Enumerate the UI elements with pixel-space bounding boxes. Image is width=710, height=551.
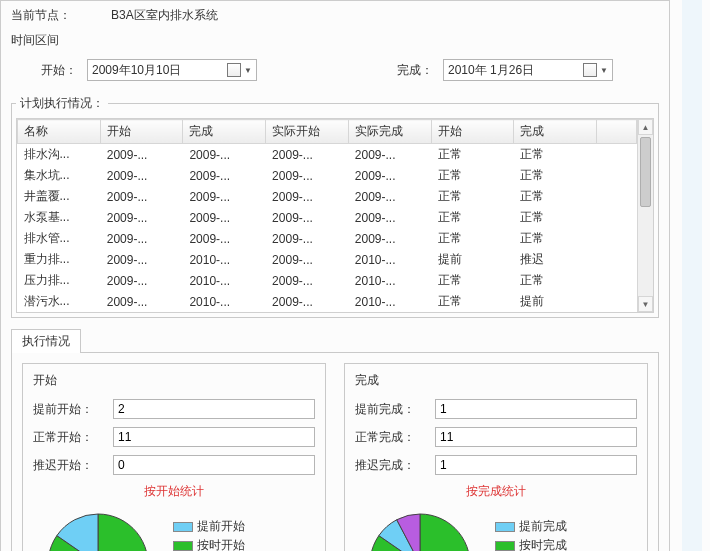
plan-legend: 计划执行情况： <box>16 95 108 112</box>
legend-swatch-early <box>495 522 515 532</box>
table-cell: 2009-... <box>183 186 266 207</box>
scroll-up-icon[interactable]: ▲ <box>638 119 653 135</box>
table-cell: 2010-... <box>183 291 266 312</box>
outer-background <box>682 0 702 551</box>
end-date-picker[interactable]: 2010年 1月26日 ▼ <box>443 59 613 81</box>
table-cell: 2010-... <box>183 270 266 291</box>
table-cell: 2009-... <box>266 186 349 207</box>
table-cell: 井盖覆... <box>18 186 101 207</box>
table-cell: 2009-... <box>100 165 183 186</box>
table-cell: 正常 <box>431 207 514 228</box>
table-header-cell[interactable]: 开始 <box>431 120 514 144</box>
legend-label-early: 提前完成 <box>519 518 567 535</box>
table-cell: 2009-... <box>100 249 183 270</box>
table-cell: 水泵基... <box>18 207 101 228</box>
table-cell: 2009-... <box>266 249 349 270</box>
start-panel-title: 开始 <box>33 372 315 389</box>
table-header-cell[interactable]: 完成 <box>183 120 266 144</box>
table-cell: 正常 <box>514 228 597 249</box>
normal-start-input[interactable] <box>113 427 315 447</box>
table-header-cell[interactable]: 名称 <box>18 120 101 144</box>
table-row[interactable]: 潜污水...2009-...2010-...2009-...2010-...正常… <box>18 291 637 312</box>
table-header-cell[interactable]: 完成 <box>514 120 597 144</box>
table-cell: 2009-... <box>100 186 183 207</box>
finish-legend: 提前完成 按时完成 推迟完成 <box>495 518 567 551</box>
table-cell: 2009-... <box>183 144 266 166</box>
table-row[interactable]: 集水坑...2009-...2009-...2009-...2009-...正常… <box>18 165 637 186</box>
date-range-row: 开始： 2009年10月10日 ▼ 完成： 2010年 1月26日 ▼ <box>41 59 659 81</box>
table-cell: 2009-... <box>266 270 349 291</box>
tab-execution[interactable]: 执行情况 <box>11 329 81 353</box>
finish-chart-title: 按完成统计 <box>355 483 637 500</box>
legend-label-early: 提前开始 <box>197 518 245 535</box>
tabs: 执行情况 开始 提前开始： 正常开始： 推迟开始： 按开始统计 <box>11 328 659 551</box>
table-cell: 排水管... <box>18 228 101 249</box>
normal-finish-label: 正常完成： <box>355 429 435 446</box>
table-header-cell[interactable]: 开始 <box>100 120 183 144</box>
table-cell: 2010-... <box>348 291 431 312</box>
table-cell: 正常 <box>431 291 514 312</box>
current-node-label: 当前节点： <box>11 7 91 24</box>
table-row[interactable]: 重力排...2009-...2010-...2009-...2010-...提前… <box>18 249 637 270</box>
late-finish-input[interactable] <box>435 455 637 475</box>
table-cell: 正常 <box>431 228 514 249</box>
table-cell: 2009-... <box>183 228 266 249</box>
table-scrollbar[interactable]: ▲ ▼ <box>637 119 653 312</box>
table-cell: 2009-... <box>100 270 183 291</box>
tab-strip: 执行情况 <box>11 328 659 353</box>
chevron-down-icon: ▼ <box>600 66 608 75</box>
table-cell: 2009-... <box>348 144 431 166</box>
plan-table[interactable]: 名称开始完成实际开始实际完成开始完成 排水沟...2009-...2009-..… <box>17 119 637 312</box>
table-cell: 推迟 <box>514 249 597 270</box>
table-cell: 2009-... <box>100 207 183 228</box>
legend-label-ontime: 按时完成 <box>519 537 567 551</box>
current-node-value: B3A区室内排水系统 <box>111 7 218 24</box>
start-date-picker[interactable]: 2009年10月10日 ▼ <box>87 59 257 81</box>
table-cell: 2009-... <box>266 207 349 228</box>
table-row[interactable]: 水泵基...2009-...2009-...2009-...2009-...正常… <box>18 207 637 228</box>
chevron-down-icon: ▼ <box>244 66 252 75</box>
late-start-input[interactable] <box>113 455 315 475</box>
finish-pie-chart <box>355 504 485 551</box>
table-row[interactable]: 排水沟...2009-...2009-...2009-...2009-...正常… <box>18 144 637 166</box>
table-header-row: 名称开始完成实际开始实际完成开始完成 <box>18 120 637 144</box>
table-header-cell <box>597 120 637 144</box>
table-cell: 排水沟... <box>18 144 101 166</box>
calendar-icon <box>227 63 241 77</box>
calendar-icon <box>583 63 597 77</box>
table-header-cell[interactable]: 实际完成 <box>348 120 431 144</box>
current-node-row: 当前节点： B3A区室内排水系统 <box>11 7 659 24</box>
normal-start-label: 正常开始： <box>33 429 113 446</box>
table-cell: 正常 <box>431 144 514 166</box>
scroll-down-icon[interactable]: ▼ <box>638 296 653 312</box>
normal-finish-input[interactable] <box>435 427 637 447</box>
table-cell: 提前 <box>514 291 597 312</box>
late-finish-label: 推迟完成： <box>355 457 435 474</box>
table-cell: 2009-... <box>266 291 349 312</box>
time-range-label: 时间区间 <box>11 32 659 49</box>
table-row[interactable]: 排水管...2009-...2009-...2009-...2009-...正常… <box>18 228 637 249</box>
table-row[interactable]: 压力排...2009-...2010-...2009-...2010-...正常… <box>18 270 637 291</box>
scroll-thumb[interactable] <box>640 137 651 207</box>
early-finish-input[interactable] <box>435 399 637 419</box>
table-cell: 正常 <box>514 270 597 291</box>
table-cell: 2009-... <box>183 165 266 186</box>
table-cell: 正常 <box>514 186 597 207</box>
table-cell: 2009-... <box>100 291 183 312</box>
table-row[interactable]: 井盖覆...2009-...2009-...2009-...2009-...正常… <box>18 186 637 207</box>
table-cell: 正常 <box>431 165 514 186</box>
late-start-label: 推迟开始： <box>33 457 113 474</box>
table-cell: 2009-... <box>348 165 431 186</box>
start-pie-chart <box>33 504 163 551</box>
early-start-input[interactable] <box>113 399 315 419</box>
table-cell: 正常 <box>514 207 597 228</box>
table-cell: 正常 <box>514 165 597 186</box>
end-date-value: 2010年 1月26日 <box>448 62 534 79</box>
table-cell: 2010-... <box>183 249 266 270</box>
table-cell: 2010-... <box>348 270 431 291</box>
start-chart-title: 按开始统计 <box>33 483 315 500</box>
legend-swatch-early <box>173 522 193 532</box>
table-header-cell[interactable]: 实际开始 <box>266 120 349 144</box>
table-cell: 2009-... <box>100 144 183 166</box>
start-date-value: 2009年10月10日 <box>92 62 181 79</box>
